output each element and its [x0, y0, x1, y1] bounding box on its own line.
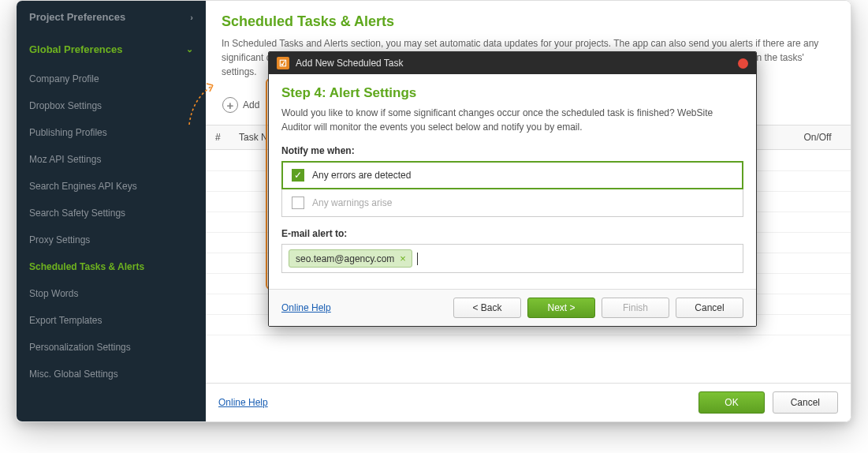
sidebar-item-search-safety[interactable]: Search Safety Settings — [17, 200, 206, 226]
text-cursor — [417, 253, 418, 265]
sidebar-item-proxy-settings[interactable]: Proxy Settings — [17, 226, 206, 253]
sidebar-item-moz-api[interactable]: Moz API Settings — [17, 146, 206, 173]
checkmark-icon: ✓ — [292, 169, 304, 182]
sidebar-item-export-templates[interactable]: Export Templates — [17, 307, 206, 334]
checkbox-errors-detected[interactable]: ✓ Any errors are detected — [281, 161, 743, 189]
close-icon[interactable] — [738, 58, 748, 69]
sidebar-item-se-api-keys[interactable]: Search Engines API Keys — [17, 173, 206, 200]
sidebar-item-publishing-profiles[interactable]: Publishing Profiles — [17, 119, 206, 146]
task-icon: ☑ — [277, 57, 289, 69]
col-num: # — [215, 132, 239, 143]
step-title: Step 4: Alert Settings — [281, 85, 743, 101]
notify-label: Notify me when: — [281, 145, 743, 156]
main-footer: Online Help OK Cancel — [206, 383, 851, 421]
checkbox-empty-icon — [292, 197, 304, 209]
email-label: E-mail alert to: — [281, 228, 743, 239]
dialog-title: Add New Scheduled Task — [296, 58, 404, 69]
dialog-footer: Online Help < Back Next > Finish Cancel — [269, 289, 756, 326]
dialog-titlebar: ☑ Add New Scheduled Task — [269, 52, 756, 74]
add-label: Add — [243, 99, 259, 110]
online-help-link[interactable]: Online Help — [218, 397, 268, 408]
finish-button: Finish — [602, 298, 669, 318]
add-button[interactable]: + Add — [215, 93, 266, 117]
next-button[interactable]: Next > — [527, 298, 595, 318]
chevron-down-icon: ⌄ — [186, 44, 193, 54]
global-pref-label: Global Preferences — [29, 43, 123, 55]
email-chip-text: seo.team@agency.com — [296, 253, 394, 264]
plus-icon: + — [222, 97, 238, 113]
ok-button[interactable]: OK — [698, 391, 764, 414]
chevron-right-icon: › — [190, 13, 193, 22]
dialog-online-help-link[interactable]: Online Help — [281, 302, 331, 313]
step-desc: Would you like to know if some significa… — [281, 106, 743, 134]
email-section: E-mail alert to: seo.team@agency.com × — [281, 228, 743, 273]
dialog-cancel-button[interactable]: Cancel — [676, 298, 743, 318]
sidebar-item-company-profile[interactable]: Company Profile — [17, 66, 206, 92]
remove-chip-icon[interactable]: × — [397, 253, 408, 264]
sidebar-item-personalization[interactable]: Personalization Settings — [17, 334, 206, 361]
page-title: Scheduled Tasks & Alerts — [206, 1, 851, 36]
dialog-body: Step 4: Alert Settings Would you like to… — [269, 74, 756, 289]
sidebar-item-dropbox-settings[interactable]: Dropbox Settings — [17, 92, 206, 119]
back-button[interactable]: < Back — [453, 298, 521, 318]
notify-section: Notify me when: ✓ Any errors are detecte… — [281, 145, 743, 217]
sidebar-item-scheduled-tasks[interactable]: Scheduled Tasks & Alerts — [17, 253, 206, 280]
sidebar-item-stop-words[interactable]: Stop Words — [17, 280, 206, 307]
checkbox-errors-label: Any errors are detected — [312, 170, 411, 181]
sidebar: Project Preferences › Global Preferences… — [17, 1, 206, 421]
project-pref-label: Project Preferences — [29, 11, 125, 23]
sidebar-item-misc-global[interactable]: Misc. Global Settings — [17, 361, 206, 387]
add-scheduled-task-dialog: ☑ Add New Scheduled Task Step 4: Alert S… — [268, 51, 757, 327]
email-input[interactable]: seo.team@agency.com × — [281, 244, 743, 273]
project-preferences-header[interactable]: Project Preferences › — [17, 1, 206, 33]
cancel-button[interactable]: Cancel — [773, 391, 838, 414]
email-chip: seo.team@agency.com × — [289, 249, 412, 268]
col-onoff: On/Off — [794, 132, 841, 143]
global-preferences-header[interactable]: Global Preferences ⌄ — [17, 33, 206, 66]
checkbox-warnings-arise[interactable]: Any warnings arise — [281, 189, 743, 217]
checkbox-warnings-label: Any warnings arise — [312, 197, 392, 208]
